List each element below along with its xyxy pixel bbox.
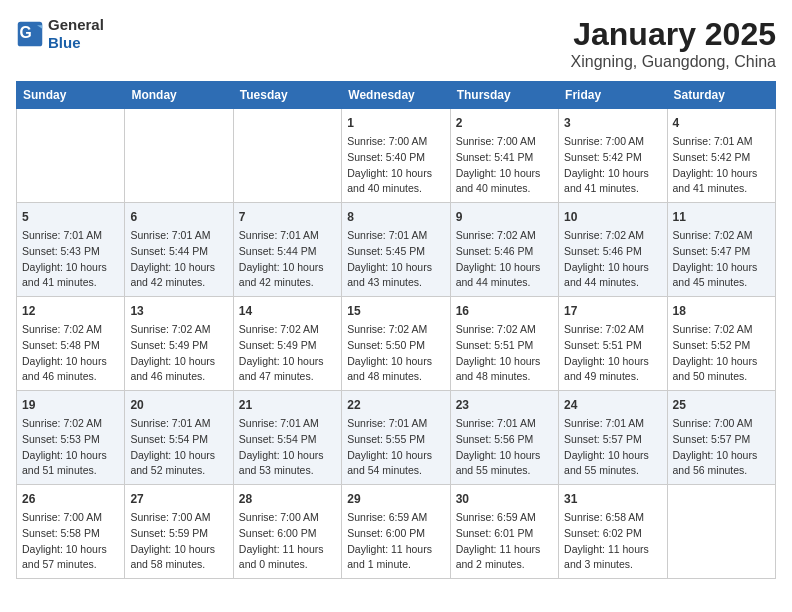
day-info-line: Daylight: 10 hours [456,166,553,182]
day-info-line: Sunrise: 7:01 AM [456,416,553,432]
calendar-day-cell: 5Sunrise: 7:01 AMSunset: 5:43 PMDaylight… [17,203,125,297]
day-number: 27 [130,490,227,508]
calendar-week-row: 26Sunrise: 7:00 AMSunset: 5:58 PMDayligh… [17,485,776,579]
calendar-day-cell: 4Sunrise: 7:01 AMSunset: 5:42 PMDaylight… [667,109,775,203]
day-number: 16 [456,302,553,320]
day-info-line: Sunset: 5:54 PM [130,432,227,448]
day-number: 15 [347,302,444,320]
day-info-line: Daylight: 10 hours [22,542,119,558]
day-info-line: and 54 minutes. [347,463,444,479]
day-info-line: Sunrise: 7:00 AM [347,134,444,150]
day-info-line: Sunset: 5:55 PM [347,432,444,448]
day-info-line: Sunrise: 7:01 AM [130,228,227,244]
day-info-line: and 56 minutes. [673,463,770,479]
calendar-day-cell: 14Sunrise: 7:02 AMSunset: 5:49 PMDayligh… [233,297,341,391]
calendar-day-cell: 21Sunrise: 7:01 AMSunset: 5:54 PMDayligh… [233,391,341,485]
day-info-line: Daylight: 10 hours [564,354,661,370]
day-number: 5 [22,208,119,226]
day-number: 25 [673,396,770,414]
day-info-line: and 48 minutes. [347,369,444,385]
calendar-day-cell: 13Sunrise: 7:02 AMSunset: 5:49 PMDayligh… [125,297,233,391]
day-info-line: Sunset: 6:01 PM [456,526,553,542]
day-info-line: Sunset: 5:49 PM [130,338,227,354]
logo-general: General [48,16,104,33]
day-info-line: and 55 minutes. [456,463,553,479]
day-info-line: and 55 minutes. [564,463,661,479]
page-header: G General Blue January 2025 Xingning, Gu… [16,16,776,71]
day-number: 6 [130,208,227,226]
day-info-line: Sunrise: 7:00 AM [456,134,553,150]
day-info-line: and 41 minutes. [564,181,661,197]
calendar-day-cell: 19Sunrise: 7:02 AMSunset: 5:53 PMDayligh… [17,391,125,485]
day-info-line: Sunrise: 7:01 AM [564,416,661,432]
day-info-line: Daylight: 10 hours [347,354,444,370]
day-number: 2 [456,114,553,132]
calendar-day-cell: 23Sunrise: 7:01 AMSunset: 5:56 PMDayligh… [450,391,558,485]
calendar-day-cell: 25Sunrise: 7:00 AMSunset: 5:57 PMDayligh… [667,391,775,485]
calendar-day-cell: 16Sunrise: 7:02 AMSunset: 5:51 PMDayligh… [450,297,558,391]
svg-text:G: G [20,24,32,41]
day-info-line: Sunrise: 6:59 AM [347,510,444,526]
day-number: 12 [22,302,119,320]
calendar-day-cell: 7Sunrise: 7:01 AMSunset: 5:44 PMDaylight… [233,203,341,297]
day-number: 13 [130,302,227,320]
day-number: 10 [564,208,661,226]
day-number: 23 [456,396,553,414]
day-info-line: Sunrise: 7:01 AM [130,416,227,432]
day-number: 20 [130,396,227,414]
day-info-line: and 42 minutes. [239,275,336,291]
calendar-day-cell: 17Sunrise: 7:02 AMSunset: 5:51 PMDayligh… [559,297,667,391]
calendar-day-cell: 27Sunrise: 7:00 AMSunset: 5:59 PMDayligh… [125,485,233,579]
day-info-line: and 1 minute. [347,557,444,573]
calendar-table: SundayMondayTuesdayWednesdayThursdayFrid… [16,81,776,579]
day-number: 14 [239,302,336,320]
day-info-line: Sunrise: 7:01 AM [347,416,444,432]
calendar-day-cell: 1Sunrise: 7:00 AMSunset: 5:40 PMDaylight… [342,109,450,203]
day-info-line: Sunrise: 7:02 AM [564,228,661,244]
calendar-day-cell: 15Sunrise: 7:02 AMSunset: 5:50 PMDayligh… [342,297,450,391]
calendar-week-row: 1Sunrise: 7:00 AMSunset: 5:40 PMDaylight… [17,109,776,203]
day-info-line: and 41 minutes. [22,275,119,291]
day-info-line: Daylight: 10 hours [673,166,770,182]
day-of-week-header: Thursday [450,82,558,109]
day-info-line: and 47 minutes. [239,369,336,385]
day-number: 1 [347,114,444,132]
calendar-week-row: 5Sunrise: 7:01 AMSunset: 5:43 PMDaylight… [17,203,776,297]
day-info-line: Sunrise: 7:02 AM [673,322,770,338]
day-info-line: and 46 minutes. [130,369,227,385]
day-info-line: Sunset: 5:42 PM [673,150,770,166]
day-info-line: Daylight: 10 hours [22,448,119,464]
day-info-line: Sunset: 5:54 PM [239,432,336,448]
day-number: 18 [673,302,770,320]
title-block: January 2025 Xingning, Guangdong, China [571,16,777,71]
day-info-line: Sunrise: 7:02 AM [456,228,553,244]
day-info-line: Daylight: 10 hours [130,260,227,276]
day-info-line: Sunrise: 7:00 AM [130,510,227,526]
day-info-line: Sunset: 5:57 PM [673,432,770,448]
day-info-line: Daylight: 10 hours [130,354,227,370]
day-info-line: Daylight: 11 hours [456,542,553,558]
calendar-day-cell [233,109,341,203]
calendar-day-cell: 30Sunrise: 6:59 AMSunset: 6:01 PMDayligh… [450,485,558,579]
day-number: 17 [564,302,661,320]
calendar-day-cell: 18Sunrise: 7:02 AMSunset: 5:52 PMDayligh… [667,297,775,391]
day-info-line: Sunrise: 7:01 AM [239,228,336,244]
day-info-line: Daylight: 10 hours [456,354,553,370]
day-number: 9 [456,208,553,226]
day-number: 28 [239,490,336,508]
day-of-week-header: Tuesday [233,82,341,109]
calendar-day-cell: 10Sunrise: 7:02 AMSunset: 5:46 PMDayligh… [559,203,667,297]
day-info-line: Daylight: 11 hours [347,542,444,558]
day-info-line: Sunset: 5:40 PM [347,150,444,166]
calendar-day-cell: 20Sunrise: 7:01 AMSunset: 5:54 PMDayligh… [125,391,233,485]
day-info-line: Sunrise: 7:02 AM [456,322,553,338]
day-of-week-header: Saturday [667,82,775,109]
logo: G General Blue [16,16,104,52]
day-number: 31 [564,490,661,508]
calendar-day-cell: 6Sunrise: 7:01 AMSunset: 5:44 PMDaylight… [125,203,233,297]
day-info-line: Sunset: 5:59 PM [130,526,227,542]
day-info-line: and 50 minutes. [673,369,770,385]
day-info-line: and 52 minutes. [130,463,227,479]
day-number: 3 [564,114,661,132]
day-info-line: Daylight: 10 hours [456,448,553,464]
